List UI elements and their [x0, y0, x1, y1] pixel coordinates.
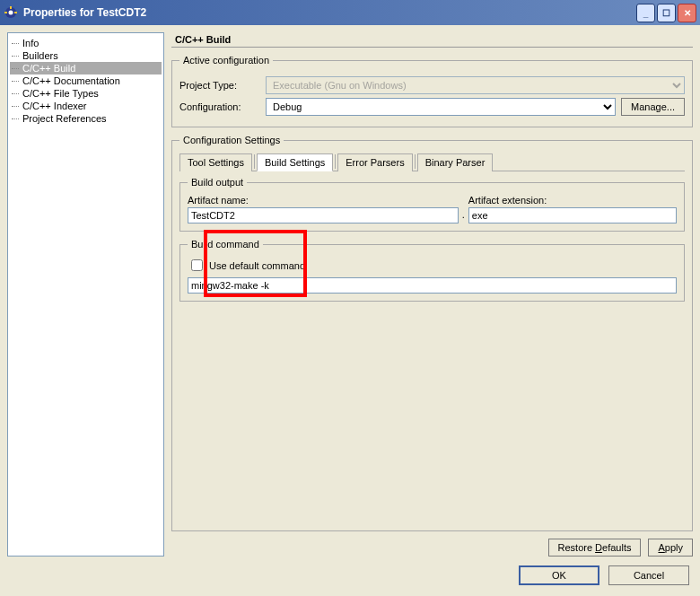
- page-title: C/C++ Build: [171, 32, 693, 48]
- svg-rect-4: [10, 6, 12, 9]
- maximize-button[interactable]: ☐: [657, 4, 676, 22]
- build-output-legend: Build output: [188, 177, 247, 188]
- app-icon: [4, 5, 18, 20]
- restore-defaults-button[interactable]: Restore Defaults: [548, 539, 642, 557]
- window-title: Properties for TestCDT2: [23, 6, 636, 19]
- artifact-name-input[interactable]: [188, 207, 459, 224]
- title-bar: Properties for TestCDT2 _ ☐ ✕: [0, 0, 700, 25]
- active-configuration-group: Active configuration Project Type: Execu…: [171, 55, 693, 127]
- build-command-legend: Build command: [188, 239, 263, 250]
- sidebar-tree[interactable]: InfoBuildersC/C++ BuildC/C++ Documentati…: [7, 32, 164, 557]
- tab-separator: [415, 154, 416, 169]
- apply-button[interactable]: Apply: [648, 539, 693, 557]
- close-button[interactable]: ✕: [678, 4, 696, 22]
- window-buttons: _ ☐ ✕: [636, 4, 696, 22]
- cancel-button[interactable]: Cancel: [608, 565, 689, 585]
- configuration-label: Configuration:: [179, 101, 260, 112]
- sidebar-item[interactable]: Info: [10, 37, 162, 49]
- sidebar-item[interactable]: C/C++ Build: [10, 62, 162, 74]
- tab[interactable]: Error Parsers: [337, 153, 412, 171]
- manage-button[interactable]: Manage...: [621, 98, 685, 116]
- sidebar-item[interactable]: C/C++ Indexer: [10, 100, 162, 112]
- build-command-input[interactable]: [188, 277, 677, 294]
- use-default-label[interactable]: Use default command: [209, 260, 305, 271]
- artifact-separator: .: [462, 209, 465, 224]
- svg-point-1: [9, 11, 13, 15]
- tab-separator: [254, 154, 255, 169]
- artifact-ext-label: Artifact extension:: [468, 195, 677, 206]
- active-configuration-legend: Active configuration: [179, 55, 273, 66]
- svg-rect-3: [14, 12, 17, 13]
- build-command-group: Build command Use default command: [179, 239, 685, 302]
- configuration-select[interactable]: Debug: [266, 98, 616, 116]
- build-output-group: Build output Artifact name: . Artifact e…: [179, 177, 685, 232]
- tab[interactable]: Build Settings: [257, 153, 333, 171]
- minimize-button[interactable]: _: [636, 4, 655, 22]
- tab-separator: [335, 154, 336, 169]
- configuration-settings-group: Configuration Settings Tool SettingsBuil…: [171, 135, 693, 531]
- artifact-ext-input[interactable]: [468, 207, 677, 224]
- tab-bar: Tool SettingsBuild SettingsError Parsers…: [179, 153, 685, 171]
- sidebar-item[interactable]: Project References: [10, 112, 162, 125]
- sidebar-item[interactable]: C/C++ File Types: [10, 87, 162, 100]
- main-panel: C/C++ Build Active configuration Project…: [171, 32, 693, 557]
- project-type-label: Project Type:: [179, 80, 260, 91]
- ok-button[interactable]: OK: [519, 565, 599, 585]
- sidebar-item[interactable]: Builders: [10, 49, 162, 62]
- sidebar-item[interactable]: C/C++ Documentation: [10, 74, 162, 87]
- tab[interactable]: Binary Parser: [417, 153, 494, 171]
- tab[interactable]: Tool Settings: [179, 153, 252, 171]
- configuration-settings-legend: Configuration Settings: [179, 135, 284, 145]
- svg-rect-2: [4, 12, 7, 13]
- artifact-name-label: Artifact name:: [188, 195, 459, 206]
- use-default-checkbox[interactable]: [191, 259, 203, 271]
- project-type-select: Executable (Gnu on Windows): [266, 76, 685, 94]
